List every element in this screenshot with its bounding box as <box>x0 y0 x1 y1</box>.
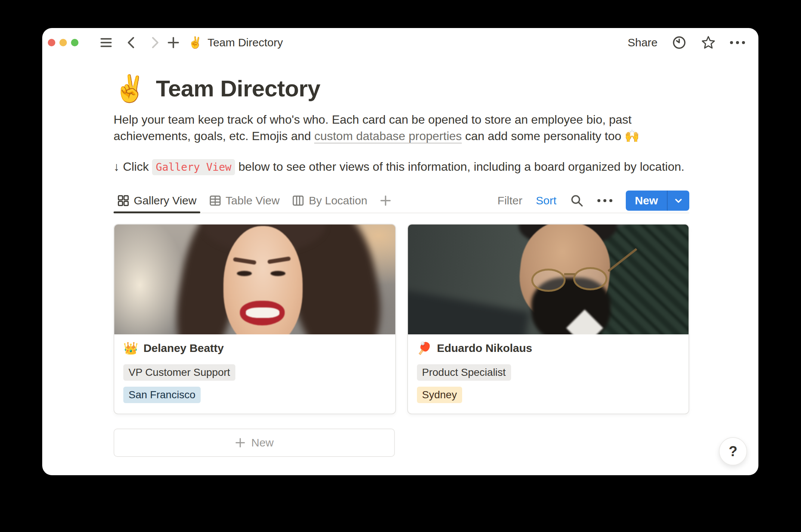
tab-label: Table View <box>226 194 280 207</box>
photo-eduardo-nikolaus <box>408 225 689 334</box>
new-record-button-group: New <box>626 191 689 211</box>
photo-delaney-beatty <box>114 225 395 334</box>
crown-emoji-icon: 👑 <box>123 342 138 354</box>
view-controls: Filter Sort New <box>498 191 689 211</box>
ping-pong-emoji-icon: 🏓 <box>417 342 432 354</box>
breadcrumb-page-title[interactable]: Team Directory <box>207 36 283 49</box>
view-more-options-icon[interactable] <box>597 192 612 209</box>
custom-database-properties-link[interactable]: custom database properties <box>314 129 462 143</box>
page-title[interactable]: Team Directory <box>156 75 320 102</box>
add-view-button[interactable] <box>376 189 395 213</box>
hint-text-1: ↓ Click <box>114 160 152 173</box>
window-controls <box>48 39 78 46</box>
new-record-dropdown-icon[interactable] <box>667 191 689 211</box>
search-icon[interactable] <box>570 192 584 209</box>
location-tag: Sydney <box>417 387 462 403</box>
tab-label: By Location <box>309 194 367 207</box>
table-view-icon <box>209 195 221 207</box>
page-header: ✌️ Team Directory <box>114 75 689 102</box>
add-new-card-label: New <box>251 436 273 449</box>
back-icon[interactable] <box>124 34 137 51</box>
hint-text-2: below to see other views of this informa… <box>235 160 684 173</box>
notion-window: ✌️ Team Directory Share ✌️ Team Director… <box>42 28 758 475</box>
gallery-grid: 👑 Delaney Beatty VP Customer Support San… <box>114 224 689 414</box>
employee-name-row: 👑 Delaney Beatty <box>123 342 386 355</box>
add-new-card-button[interactable]: New <box>114 429 395 457</box>
new-record-button[interactable]: New <box>626 191 667 211</box>
history-clock-icon[interactable] <box>672 34 687 51</box>
forward-icon[interactable] <box>149 34 162 51</box>
desktop-background: ✌️ Team Directory Share ✌️ Team Director… <box>0 0 801 532</box>
window-titlebar: ✌️ Team Directory Share <box>42 28 758 57</box>
sort-button[interactable]: Sort <box>536 194 556 207</box>
gallery-view-hint: ↓ Click Gallery View below to see other … <box>114 160 689 174</box>
share-button[interactable]: Share <box>628 36 658 49</box>
role-tag: VP Customer Support <box>123 364 235 381</box>
page-description: Help your team keep track of who's who. … <box>114 111 667 144</box>
card-delaney-beatty[interactable]: 👑 Delaney Beatty VP Customer Support San… <box>114 224 396 414</box>
tab-gallery-view[interactable]: Gallery View <box>114 189 200 213</box>
page-emoji-small: ✌️ <box>188 37 202 48</box>
employee-name-row: 🏓 Eduardo Nikolaus <box>417 342 680 355</box>
help-button[interactable]: ? <box>719 437 747 466</box>
tab-table-view[interactable]: Table View <box>205 189 284 213</box>
favorite-star-icon[interactable] <box>701 34 716 51</box>
filter-button[interactable]: Filter <box>498 194 523 207</box>
employee-name: Delaney Beatty <box>143 342 224 355</box>
description-text-2: can add some personality too 🙌 <box>462 129 640 143</box>
plus-icon <box>235 437 246 448</box>
zoom-window-button[interactable] <box>71 39 78 46</box>
location-tag: San Francisco <box>123 387 201 403</box>
view-tabs-bar: Gallery View Table View By Location <box>114 189 689 213</box>
page-content: ✌️ Team Directory Help your team keep tr… <box>114 57 689 457</box>
titlebar-actions: Share <box>628 34 745 51</box>
sidebar-toggle-icon[interactable] <box>99 34 113 51</box>
tab-label: Gallery View <box>134 194 197 207</box>
card-body: 🏓 Eduardo Nikolaus Product Specialist Sy… <box>408 334 689 414</box>
card-body: 👑 Delaney Beatty VP Customer Support San… <box>114 334 395 414</box>
tab-by-location[interactable]: By Location <box>288 189 371 213</box>
close-window-button[interactable] <box>48 39 55 46</box>
new-tab-icon[interactable] <box>167 34 180 51</box>
role-tag: Product Specialist <box>417 364 511 381</box>
employee-name: Eduardo Nikolaus <box>437 342 532 355</box>
gallery-view-icon <box>117 195 129 207</box>
board-view-icon <box>292 195 304 207</box>
card-eduardo-nikolaus[interactable]: 🏓 Eduardo Nikolaus Product Specialist Sy… <box>407 224 690 414</box>
page-emoji-icon[interactable]: ✌️ <box>114 75 146 102</box>
more-options-icon[interactable] <box>730 34 745 51</box>
gallery-view-code-tag: Gallery View <box>152 159 235 175</box>
minimize-window-button[interactable] <box>59 39 67 46</box>
